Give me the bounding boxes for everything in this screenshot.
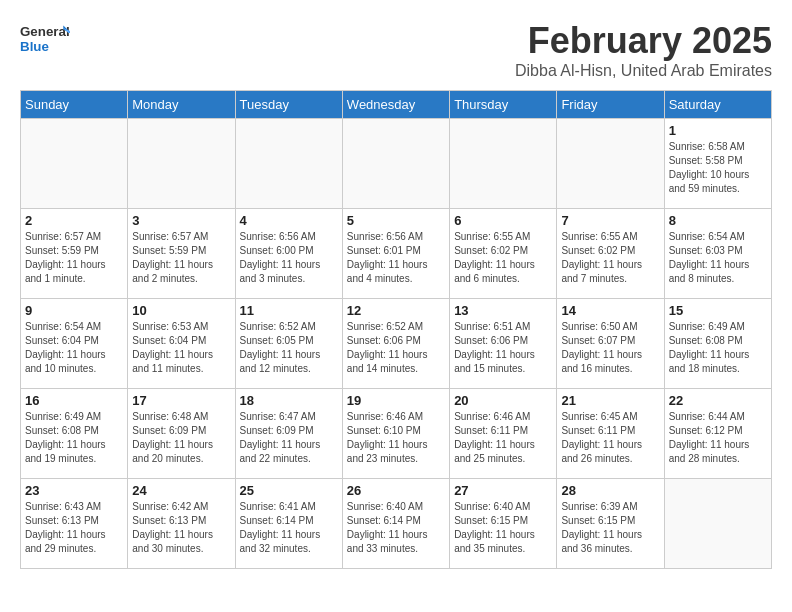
day-number: 19 [347, 393, 445, 408]
day-info: Sunrise: 6:40 AM Sunset: 6:15 PM Dayligh… [454, 500, 552, 556]
table-row: 14Sunrise: 6:50 AM Sunset: 6:07 PM Dayli… [557, 299, 664, 389]
table-row: 8Sunrise: 6:54 AM Sunset: 6:03 PM Daylig… [664, 209, 771, 299]
day-number: 7 [561, 213, 659, 228]
day-info: Sunrise: 6:50 AM Sunset: 6:07 PM Dayligh… [561, 320, 659, 376]
table-row: 11Sunrise: 6:52 AM Sunset: 6:05 PM Dayli… [235, 299, 342, 389]
day-info: Sunrise: 6:45 AM Sunset: 6:11 PM Dayligh… [561, 410, 659, 466]
col-monday: Monday [128, 91, 235, 119]
day-number: 28 [561, 483, 659, 498]
day-number: 2 [25, 213, 123, 228]
day-number: 21 [561, 393, 659, 408]
location-subtitle: Dibba Al-Hisn, United Arab Emirates [515, 62, 772, 80]
day-info: Sunrise: 6:52 AM Sunset: 6:06 PM Dayligh… [347, 320, 445, 376]
day-info: Sunrise: 6:54 AM Sunset: 6:03 PM Dayligh… [669, 230, 767, 286]
month-title: February 2025 [515, 20, 772, 62]
day-number: 16 [25, 393, 123, 408]
table-row [128, 119, 235, 209]
calendar-header-row: Sunday Monday Tuesday Wednesday Thursday… [21, 91, 772, 119]
day-number: 5 [347, 213, 445, 228]
table-row [450, 119, 557, 209]
col-thursday: Thursday [450, 91, 557, 119]
day-info: Sunrise: 6:39 AM Sunset: 6:15 PM Dayligh… [561, 500, 659, 556]
day-number: 10 [132, 303, 230, 318]
table-row: 19Sunrise: 6:46 AM Sunset: 6:10 PM Dayli… [342, 389, 449, 479]
table-row [21, 119, 128, 209]
calendar-week-row: 16Sunrise: 6:49 AM Sunset: 6:08 PM Dayli… [21, 389, 772, 479]
day-number: 26 [347, 483, 445, 498]
day-number: 17 [132, 393, 230, 408]
calendar-week-row: 1Sunrise: 6:58 AM Sunset: 5:58 PM Daylig… [21, 119, 772, 209]
day-info: Sunrise: 6:46 AM Sunset: 6:11 PM Dayligh… [454, 410, 552, 466]
table-row: 26Sunrise: 6:40 AM Sunset: 6:14 PM Dayli… [342, 479, 449, 569]
day-number: 15 [669, 303, 767, 318]
svg-text:General: General [20, 24, 70, 39]
day-info: Sunrise: 6:51 AM Sunset: 6:06 PM Dayligh… [454, 320, 552, 376]
day-number: 14 [561, 303, 659, 318]
table-row: 7Sunrise: 6:55 AM Sunset: 6:02 PM Daylig… [557, 209, 664, 299]
day-number: 6 [454, 213, 552, 228]
table-row [235, 119, 342, 209]
table-row: 3Sunrise: 6:57 AM Sunset: 5:59 PM Daylig… [128, 209, 235, 299]
table-row: 4Sunrise: 6:56 AM Sunset: 6:00 PM Daylig… [235, 209, 342, 299]
table-row: 24Sunrise: 6:42 AM Sunset: 6:13 PM Dayli… [128, 479, 235, 569]
col-saturday: Saturday [664, 91, 771, 119]
day-number: 25 [240, 483, 338, 498]
day-number: 27 [454, 483, 552, 498]
day-info: Sunrise: 6:42 AM Sunset: 6:13 PM Dayligh… [132, 500, 230, 556]
day-number: 8 [669, 213, 767, 228]
table-row [557, 119, 664, 209]
day-info: Sunrise: 6:56 AM Sunset: 6:01 PM Dayligh… [347, 230, 445, 286]
calendar-week-row: 23Sunrise: 6:43 AM Sunset: 6:13 PM Dayli… [21, 479, 772, 569]
day-info: Sunrise: 6:56 AM Sunset: 6:00 PM Dayligh… [240, 230, 338, 286]
table-row [342, 119, 449, 209]
table-row: 27Sunrise: 6:40 AM Sunset: 6:15 PM Dayli… [450, 479, 557, 569]
table-row: 10Sunrise: 6:53 AM Sunset: 6:04 PM Dayli… [128, 299, 235, 389]
table-row: 1Sunrise: 6:58 AM Sunset: 5:58 PM Daylig… [664, 119, 771, 209]
day-number: 13 [454, 303, 552, 318]
col-friday: Friday [557, 91, 664, 119]
day-number: 11 [240, 303, 338, 318]
calendar-week-row: 9Sunrise: 6:54 AM Sunset: 6:04 PM Daylig… [21, 299, 772, 389]
table-row: 12Sunrise: 6:52 AM Sunset: 6:06 PM Dayli… [342, 299, 449, 389]
day-info: Sunrise: 6:41 AM Sunset: 6:14 PM Dayligh… [240, 500, 338, 556]
svg-text:Blue: Blue [20, 39, 49, 54]
day-info: Sunrise: 6:58 AM Sunset: 5:58 PM Dayligh… [669, 140, 767, 196]
table-row: 9Sunrise: 6:54 AM Sunset: 6:04 PM Daylig… [21, 299, 128, 389]
table-row: 22Sunrise: 6:44 AM Sunset: 6:12 PM Dayli… [664, 389, 771, 479]
day-number: 3 [132, 213, 230, 228]
logo: General Blue [20, 20, 70, 60]
day-info: Sunrise: 6:52 AM Sunset: 6:05 PM Dayligh… [240, 320, 338, 376]
day-info: Sunrise: 6:55 AM Sunset: 6:02 PM Dayligh… [561, 230, 659, 286]
day-number: 22 [669, 393, 767, 408]
day-info: Sunrise: 6:44 AM Sunset: 6:12 PM Dayligh… [669, 410, 767, 466]
table-row: 25Sunrise: 6:41 AM Sunset: 6:14 PM Dayli… [235, 479, 342, 569]
day-number: 18 [240, 393, 338, 408]
col-wednesday: Wednesday [342, 91, 449, 119]
table-row: 23Sunrise: 6:43 AM Sunset: 6:13 PM Dayli… [21, 479, 128, 569]
page-header: General Blue February 2025 Dibba Al-Hisn… [20, 20, 772, 80]
day-info: Sunrise: 6:49 AM Sunset: 6:08 PM Dayligh… [25, 410, 123, 466]
table-row [664, 479, 771, 569]
day-number: 12 [347, 303, 445, 318]
day-number: 23 [25, 483, 123, 498]
calendar-week-row: 2Sunrise: 6:57 AM Sunset: 5:59 PM Daylig… [21, 209, 772, 299]
table-row: 21Sunrise: 6:45 AM Sunset: 6:11 PM Dayli… [557, 389, 664, 479]
day-number: 1 [669, 123, 767, 138]
table-row: 2Sunrise: 6:57 AM Sunset: 5:59 PM Daylig… [21, 209, 128, 299]
day-info: Sunrise: 6:49 AM Sunset: 6:08 PM Dayligh… [669, 320, 767, 376]
table-row: 5Sunrise: 6:56 AM Sunset: 6:01 PM Daylig… [342, 209, 449, 299]
col-sunday: Sunday [21, 91, 128, 119]
day-info: Sunrise: 6:46 AM Sunset: 6:10 PM Dayligh… [347, 410, 445, 466]
title-section: February 2025 Dibba Al-Hisn, United Arab… [515, 20, 772, 80]
day-info: Sunrise: 6:48 AM Sunset: 6:09 PM Dayligh… [132, 410, 230, 466]
day-info: Sunrise: 6:53 AM Sunset: 6:04 PM Dayligh… [132, 320, 230, 376]
table-row: 13Sunrise: 6:51 AM Sunset: 6:06 PM Dayli… [450, 299, 557, 389]
table-row: 15Sunrise: 6:49 AM Sunset: 6:08 PM Dayli… [664, 299, 771, 389]
col-tuesday: Tuesday [235, 91, 342, 119]
table-row: 16Sunrise: 6:49 AM Sunset: 6:08 PM Dayli… [21, 389, 128, 479]
day-info: Sunrise: 6:43 AM Sunset: 6:13 PM Dayligh… [25, 500, 123, 556]
day-number: 9 [25, 303, 123, 318]
table-row: 20Sunrise: 6:46 AM Sunset: 6:11 PM Dayli… [450, 389, 557, 479]
day-info: Sunrise: 6:55 AM Sunset: 6:02 PM Dayligh… [454, 230, 552, 286]
day-info: Sunrise: 6:57 AM Sunset: 5:59 PM Dayligh… [132, 230, 230, 286]
